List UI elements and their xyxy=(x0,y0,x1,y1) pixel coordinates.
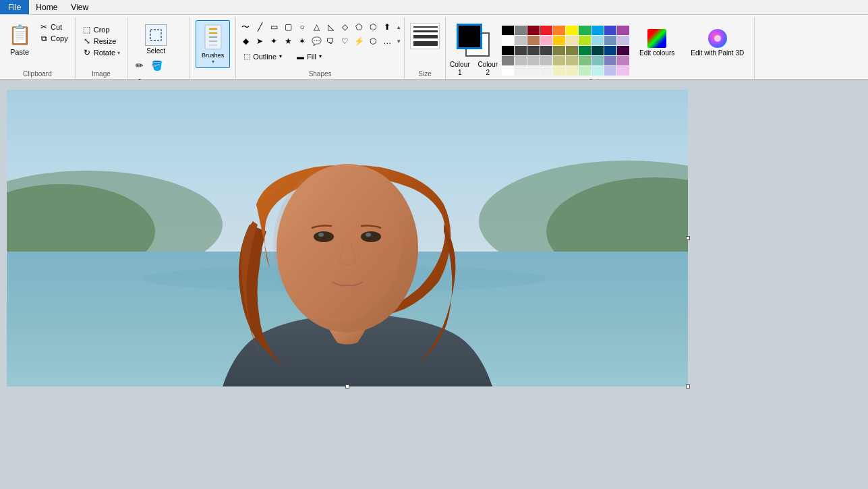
colour-cell-42[interactable] xyxy=(527,66,540,76)
pentagon-shape[interactable]: ⬠ xyxy=(352,20,366,34)
colour-cell-49[interactable] xyxy=(617,66,629,76)
colour-cell-35[interactable] xyxy=(566,56,578,65)
edit-paint3d-button[interactable]: Edit with Paint 3D xyxy=(685,26,750,61)
colour-cell-20[interactable] xyxy=(502,46,514,55)
line-shape[interactable]: ╱ xyxy=(253,20,266,34)
colour-cell-21[interactable] xyxy=(515,46,527,55)
rotate-button[interactable]: ↻ Rotate ▾ xyxy=(80,47,123,58)
lightning-shape[interactable]: ⚡ xyxy=(352,34,366,48)
colour-cell-44[interactable] xyxy=(553,66,565,76)
pencil-tool[interactable]: ✏ xyxy=(132,57,148,74)
octagon-shape[interactable]: ⬡ xyxy=(366,34,380,48)
colour-cell-11[interactable] xyxy=(515,36,527,45)
colour-cell-13[interactable] xyxy=(540,36,552,45)
diamond2-shape[interactable]: ◆ xyxy=(239,34,252,48)
curve-shape[interactable]: 〜 xyxy=(239,20,252,34)
rect-shape[interactable]: ▭ xyxy=(267,20,281,34)
colour-cell-6[interactable] xyxy=(579,26,591,35)
colour-cell-3[interactable] xyxy=(540,26,552,35)
colour-cell-17[interactable] xyxy=(591,36,604,45)
colour-cell-10[interactable] xyxy=(502,36,514,45)
select-tool[interactable] xyxy=(145,24,167,46)
diamond-shape[interactable]: ◇ xyxy=(338,20,351,34)
handle-bottom-right[interactable] xyxy=(686,384,690,389)
fill-tool[interactable]: 🪣 xyxy=(148,57,165,74)
roundrect-shape[interactable]: ▢ xyxy=(281,20,295,34)
colour-cell-7[interactable] xyxy=(591,26,604,35)
colour-cell-36[interactable] xyxy=(579,56,591,65)
colour-cell-40[interactable] xyxy=(502,66,514,76)
ellipse-shape[interactable]: ○ xyxy=(295,20,309,34)
colour-cell-18[interactable] xyxy=(604,36,616,45)
colour-cell-25[interactable] xyxy=(566,46,578,55)
brushes-button[interactable]: Brushes ▾ xyxy=(196,20,230,68)
edit-colours-button[interactable]: Edit colours xyxy=(633,26,681,61)
star6-shape[interactable]: ✶ xyxy=(295,34,309,48)
arrow-shape[interactable]: ⬆ xyxy=(380,20,394,34)
colour-cell-15[interactable] xyxy=(566,36,578,45)
colour-cell-4[interactable] xyxy=(553,26,565,35)
resize-button[interactable]: ⤡ Resize xyxy=(80,36,123,47)
colour1-swatch[interactable] xyxy=(457,24,482,49)
size-selector[interactable] xyxy=(410,23,440,49)
colour-cell-26[interactable] xyxy=(579,46,591,55)
colour-cell-41[interactable] xyxy=(515,66,527,76)
rtarrow-shape[interactable]: ➤ xyxy=(253,34,266,48)
menu-home[interactable]: Home xyxy=(29,1,64,13)
colour-cell-23[interactable] xyxy=(540,46,552,55)
colour-cell-24[interactable] xyxy=(553,46,565,55)
colour-cell-22[interactable] xyxy=(527,46,540,55)
fill-dropdown[interactable]: ▬ Fill ▾ xyxy=(292,51,326,63)
menu-view[interactable]: View xyxy=(64,1,95,13)
cut-button[interactable]: ✂ Cut xyxy=(36,22,71,32)
colour-cell-27[interactable] xyxy=(591,46,604,55)
colour-cell-14[interactable] xyxy=(553,36,565,45)
colour-cell-5[interactable] xyxy=(566,26,578,35)
colour-cell-32[interactable] xyxy=(527,56,540,65)
shapes-scroll-down[interactable]: ▼ xyxy=(396,38,401,45)
colour-cell-16[interactable] xyxy=(579,36,591,45)
colour-cell-38[interactable] xyxy=(604,56,616,65)
righttri-shape[interactable]: ◺ xyxy=(324,20,337,34)
callout-oval[interactable]: 🗨 xyxy=(324,34,337,48)
shapes-scroll-up[interactable]: ▲ xyxy=(396,24,401,30)
callout-rect[interactable]: 💬 xyxy=(310,34,323,48)
svg-point-20 xyxy=(335,256,337,258)
colour-cell-9[interactable] xyxy=(617,26,629,35)
heart-shape[interactable]: ♡ xyxy=(338,34,351,48)
colour-cell-33[interactable] xyxy=(540,56,552,65)
colour-cell-46[interactable] xyxy=(579,66,591,76)
triangle-shape[interactable]: △ xyxy=(310,20,323,34)
colour-cell-34[interactable] xyxy=(553,56,565,65)
hexagon-shape[interactable]: ⬡ xyxy=(366,20,380,34)
colour-cell-45[interactable] xyxy=(566,66,578,76)
colour-cell-12[interactable] xyxy=(527,36,540,45)
handle-middle-right[interactable] xyxy=(686,236,690,240)
colour-cell-8[interactable] xyxy=(604,26,616,35)
handle-bottom-center[interactable] xyxy=(345,384,349,389)
outline-dropdown[interactable]: ⬚ Outline ▾ xyxy=(239,50,287,63)
colour-cell-39[interactable] xyxy=(617,56,629,65)
menu-file[interactable]: File xyxy=(0,0,29,14)
colour-cell-19[interactable] xyxy=(617,36,629,45)
colour-cell-29[interactable] xyxy=(617,46,629,55)
more-shapes[interactable]: … xyxy=(380,34,394,48)
colour-cell-30[interactable] xyxy=(502,56,514,65)
star5-shape[interactable]: ★ xyxy=(281,34,295,48)
colour-cell-37[interactable] xyxy=(591,56,604,65)
colour-cell-43[interactable] xyxy=(540,66,552,76)
star4-shape[interactable]: ✦ xyxy=(267,34,281,48)
tools-group: Select ✏ 🪣 A ◻ 💧 🔍 Tools xyxy=(127,18,190,79)
main-canvas[interactable] xyxy=(7,90,688,386)
colour-cell-2[interactable] xyxy=(527,26,540,35)
colour-cell-28[interactable] xyxy=(604,46,616,55)
brushes-dropdown: ▾ xyxy=(212,59,214,65)
colour-cell-47[interactable] xyxy=(591,66,604,76)
copy-button[interactable]: ⧉ Copy xyxy=(36,33,71,44)
colour-cell-1[interactable] xyxy=(515,26,527,35)
colour-cell-0[interactable] xyxy=(502,26,514,35)
paste-button[interactable]: 📋 Paste xyxy=(4,19,35,58)
crop-button[interactable]: ⬚ Crop xyxy=(80,24,123,35)
colour-cell-48[interactable] xyxy=(604,66,616,76)
colour-cell-31[interactable] xyxy=(515,56,527,65)
